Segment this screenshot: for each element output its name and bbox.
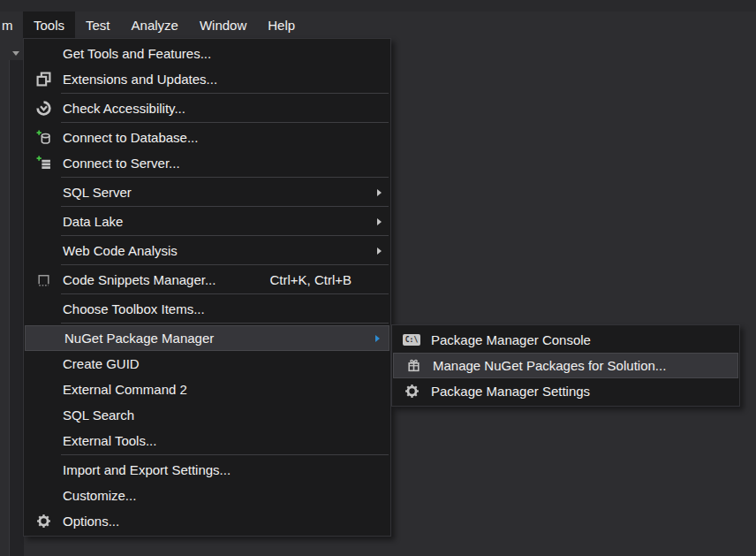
- menu-item-options[interactable]: Options...: [24, 508, 390, 534]
- menu-item-label: Data Lake: [63, 214, 123, 229]
- menu-separator: [61, 93, 389, 94]
- menubar-item-test[interactable]: Test: [75, 11, 121, 38]
- menu-item-label: SQL Server: [63, 185, 132, 200]
- menu-item-web-code-analysis[interactable]: Web Code Analysis: [24, 238, 390, 263]
- menu-item-label: Import and Export Settings...: [63, 462, 231, 477]
- menubar-item-window[interactable]: Window: [189, 11, 257, 38]
- menu-item-check-accessibility[interactable]: Check Accessibility...: [24, 95, 390, 121]
- console-icon-text: C:\: [403, 334, 420, 346]
- menu-item-label: Connect to Server...: [63, 156, 180, 171]
- nuget-package-icon: [394, 358, 433, 373]
- code-snippets-icon: [24, 272, 63, 287]
- menu-item-customize[interactable]: Customize...: [24, 483, 390, 508]
- menu-item-label: Package Manager Console: [431, 332, 591, 347]
- submenu-arrow-icon: [377, 218, 382, 225]
- menu-item-label: SQL Search: [63, 407, 134, 423]
- gear-icon: [24, 514, 63, 529]
- menu-item-label: Choose Toolbox Items...: [63, 301, 205, 316]
- menu-separator: [61, 454, 389, 455]
- menu-item-label: Web Code Analysis: [63, 243, 178, 258]
- menu-item-connect-to-server[interactable]: Connect to Server...: [24, 150, 390, 176]
- menu-separator: [61, 122, 389, 123]
- menu-item-extensions-and-updates[interactable]: Extensions and Updates...: [24, 66, 390, 92]
- menu-item-label: External Command 2: [63, 382, 187, 397]
- chevron-down-icon: [12, 51, 19, 56]
- menu-item-connect-to-database[interactable]: Connect to Database...: [24, 125, 390, 150]
- menu-separator: [61, 177, 389, 178]
- menu-item-label: Create GUID: [63, 356, 140, 371]
- menu-item-manage-nuget-packages-for-solution[interactable]: Manage NuGet Packages for Solution...: [393, 353, 738, 378]
- menu-item-label: Customize...: [63, 488, 136, 503]
- menu-separator: [61, 293, 389, 294]
- menu-item-external-tools[interactable]: External Tools...: [24, 428, 390, 453]
- menu-item-label: Get Tools and Features...: [63, 46, 211, 61]
- menu-item-label: Connect to Database...: [63, 130, 198, 145]
- menu-item-label: Package Manager Settings: [431, 384, 590, 399]
- menu-item-label: Manage NuGet Packages for Solution...: [433, 358, 666, 373]
- menu-separator: [61, 264, 389, 265]
- menubar-item-tools[interactable]: Tools: [23, 11, 75, 38]
- menu-item-shortcut: Ctrl+K, Ctrl+B: [269, 272, 382, 287]
- menu-item-choose-toolbox-items[interactable]: Choose Toolbox Items...: [24, 296, 390, 322]
- menu-item-label: Code Snippets Manager...: [63, 272, 215, 287]
- menu-item-package-manager-console[interactable]: C:\Package Manager Console: [392, 327, 739, 353]
- menu-bar: ToolsTestAnalyzeWindowHelp: [23, 11, 306, 38]
- menu-separator: [61, 235, 389, 236]
- gear-icon: [392, 384, 431, 399]
- menu-item-label: Extensions and Updates...: [63, 72, 217, 87]
- menu-item-package-manager-settings[interactable]: Package Manager Settings: [392, 378, 739, 404]
- menu-separator: [61, 323, 389, 324]
- menu-item-sql-search[interactable]: SQL Search: [24, 402, 390, 428]
- nuget-submenu-panel: C:\Package Manager ConsoleManage NuGet P…: [391, 324, 740, 407]
- accessibility-icon: [24, 101, 63, 116]
- server-add-icon: [24, 156, 63, 171]
- menubar-item-analyze[interactable]: Analyze: [121, 11, 189, 38]
- menu-item-external-command-2[interactable]: External Command 2: [24, 377, 390, 402]
- title-bar: [0, 0, 756, 11]
- toolbar-dropdown[interactable]: [10, 48, 22, 58]
- menu-item-code-snippets-manager[interactable]: Code Snippets Manager...Ctrl+K, Ctrl+B: [24, 267, 390, 293]
- submenu-arrow-icon: [377, 189, 382, 196]
- console-icon: C:\: [392, 334, 431, 346]
- menu-item-label: External Tools...: [63, 433, 156, 448]
- extensions-icon: [24, 72, 63, 87]
- menubar-item-partial[interactable]: m: [2, 11, 13, 38]
- menu-item-data-lake[interactable]: Data Lake: [24, 209, 390, 234]
- menu-separator: [61, 206, 389, 207]
- menu-item-label: NuGet Package Manager: [64, 331, 214, 346]
- submenu-arrow-icon: [377, 248, 382, 255]
- submenu-arrow-icon: [375, 335, 380, 342]
- menu-item-import-and-export-settings[interactable]: Import and Export Settings...: [24, 457, 390, 483]
- menubar-item-help[interactable]: Help: [257, 11, 306, 38]
- menu-item-get-tools-and-features[interactable]: Get Tools and Features...: [24, 41, 390, 66]
- tools-menu-panel: Get Tools and Features...Extensions and …: [23, 38, 391, 537]
- menu-item-sql-server[interactable]: SQL Server: [24, 179, 390, 205]
- database-add-icon: [24, 130, 63, 145]
- pane-edge: [9, 60, 24, 556]
- menu-item-label: Check Accessibility...: [63, 101, 185, 116]
- menu-item-nuget-package-manager[interactable]: NuGet Package Manager: [25, 325, 389, 351]
- menu-item-create-guid[interactable]: Create GUID: [24, 351, 390, 377]
- menu-item-label: Options...: [63, 514, 119, 529]
